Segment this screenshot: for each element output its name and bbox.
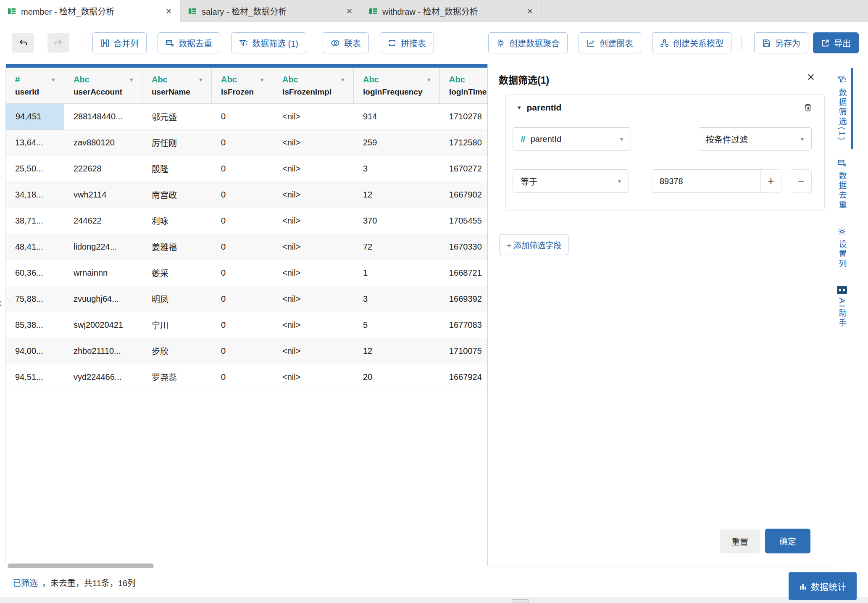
table-cell[interactable]: vwh2114 [64,182,142,208]
table-cell[interactable]: 0 [212,364,273,390]
table-cell[interactable]: 0 [212,182,273,208]
panel-collapse-icon[interactable]: ‹ [0,289,5,316]
concat-tables-button[interactable]: 拼接表 [380,32,434,53]
filtered-status-link[interactable]: 已筛选 [13,577,38,589]
table-cell[interactable]: 罗尧蕊 [142,364,212,390]
close-icon[interactable]: ✕ [165,7,173,16]
table-cell[interactable]: <nil> [273,286,354,312]
create-chart-button[interactable]: 创建图表 [579,32,641,53]
table-cell[interactable]: 夔采 [142,260,212,286]
table-cell[interactable]: 1705455 [440,208,487,234]
data-statistics-button[interactable]: 数据统计 [789,572,857,600]
tab-withdraw[interactable]: withdraw - 检材_数据分析 ✕ [361,0,542,22]
column-header-loginFrequency[interactable]: Abc▾loginFrequency [354,68,440,103]
table-cell[interactable]: 1710075 [440,338,487,364]
table-cell[interactable]: 1669392 [440,286,487,312]
sidebar-item-ai-assistant[interactable]: AI助手 [831,280,853,334]
table-cell[interactable]: 1670272 [440,156,487,182]
table-cell[interactable]: 25,50... [6,156,64,182]
table-cell[interactable]: 邬元盛 [142,104,212,129]
table-cell[interactable]: 48,41... [6,234,64,260]
table-cell[interactable]: 1667924 [440,364,487,390]
table-cell[interactable]: 72 [354,234,440,260]
redo-button[interactable] [47,33,69,53]
table-cell[interactable]: 殷隆 [142,156,212,182]
confirm-button[interactable]: 确定 [765,529,810,553]
close-icon[interactable]: ✕ [807,71,815,83]
reset-button[interactable]: 重置 [720,529,760,553]
table-cell[interactable]: lidong224... [64,234,142,260]
table-cell[interactable]: 38,71... [6,208,64,234]
table-cell[interactable]: 1667902 [440,182,487,208]
close-icon[interactable]: ✕ [526,7,534,16]
chevron-down-icon[interactable]: ▾ [518,104,521,111]
table-cell[interactable]: 步欣 [142,338,212,364]
horizontal-scrollbar[interactable] [5,562,487,569]
chevron-down-icon[interactable]: ▾ [427,76,430,83]
add-filter-field-button[interactable]: + 添加筛选字段 [500,234,568,255]
filter-field-select[interactable]: # parentId ▾ [513,127,631,151]
table-cell[interactable]: 0 [212,286,273,312]
table-cell[interactable]: 94,451 [6,104,64,129]
tab-salary[interactable]: salary - 检材_数据分析 ✕ [181,0,361,22]
table-cell[interactable]: 0 [212,208,273,234]
merge-columns-button[interactable]: 合并列 [92,32,147,53]
table-cell[interactable]: 13,64... [6,130,64,155]
table-cell[interactable]: 75,88... [6,286,64,312]
table-cell[interactable]: <nil> [273,104,354,129]
table-cell[interactable]: 0 [212,312,273,338]
table-cell[interactable]: 明凤 [142,286,212,312]
sidebar-item-dedupe[interactable]: 数据去重 [831,153,853,216]
sidebar-item-filter[interactable]: 数据筛选(1) [831,70,853,147]
table-cell[interactable]: 0 [212,338,273,364]
filter-value-input[interactable] [652,169,769,193]
table-cell[interactable]: 12 [354,182,440,208]
column-header-isFrozen[interactable]: Abc▾isFrozen [212,68,273,103]
table-cell[interactable]: <nil> [273,156,354,182]
chevron-down-icon[interactable]: ▾ [130,76,133,83]
table-cell[interactable]: 3 [354,156,440,182]
add-condition-button[interactable]: + [760,169,781,193]
table-cell[interactable]: 94,00... [6,338,64,364]
table-cell[interactable]: 1668721 [440,260,487,286]
chevron-down-icon[interactable]: ▾ [341,76,344,83]
filter-operator-select[interactable]: 等于 ▾ [513,169,629,193]
dedupe-button[interactable]: 数据去重 [158,32,220,53]
table-cell[interactable]: swj20020421 [64,312,142,338]
table-cell[interactable]: 259 [354,130,440,155]
table-cell[interactable]: 厉任刚 [142,130,212,155]
remove-condition-button[interactable]: − [791,169,812,193]
chevron-down-icon[interactable]: ▾ [260,76,263,83]
tab-member[interactable]: member - 检材_数据分析 ✕ [0,0,181,22]
table-cell[interactable]: 5 [354,312,440,338]
table-cell[interactable]: zvuughj64... [64,286,142,312]
table-cell[interactable]: 1677083 [440,312,487,338]
table-cell[interactable]: 0 [212,130,273,155]
table-cell[interactable]: 12 [354,338,440,364]
table-cell[interactable]: 244622 [64,208,142,234]
table-cell[interactable]: 利咏 [142,208,212,234]
table-cell[interactable]: zav880120 [64,130,142,155]
table-cell[interactable]: <nil> [273,234,354,260]
join-tables-button[interactable]: 联表 [323,32,369,53]
close-icon[interactable]: ✕ [345,7,353,16]
table-cell[interactable]: <nil> [273,182,354,208]
table-cell[interactable]: <nil> [273,208,354,234]
undo-button[interactable] [12,33,34,53]
column-header-isFrozenImpl[interactable]: Abc▾isFrozenImpl [273,68,354,103]
table-cell[interactable]: 0 [212,260,273,286]
create-aggregation-button[interactable]: 创建数据聚合 [488,32,568,53]
trash-icon[interactable] [803,103,813,112]
sidebar-item-columns[interactable]: 设置列 [831,221,853,274]
table-cell[interactable]: 222628 [64,156,142,182]
table-cell[interactable]: 0 [212,156,273,182]
column-header-userAccount[interactable]: Abc▾userAccount [64,68,142,103]
table-cell[interactable]: 0 [212,234,273,260]
table-cell[interactable]: 姜雅福 [142,234,212,260]
table-cell[interactable]: <nil> [273,338,354,364]
export-button[interactable]: 导出 [813,32,859,53]
table-cell[interactable]: 94,51... [6,364,64,390]
table-cell[interactable]: <nil> [273,260,354,286]
column-header-userId[interactable]: #▾userId [6,68,64,103]
table-cell[interactable]: 370 [354,208,440,234]
